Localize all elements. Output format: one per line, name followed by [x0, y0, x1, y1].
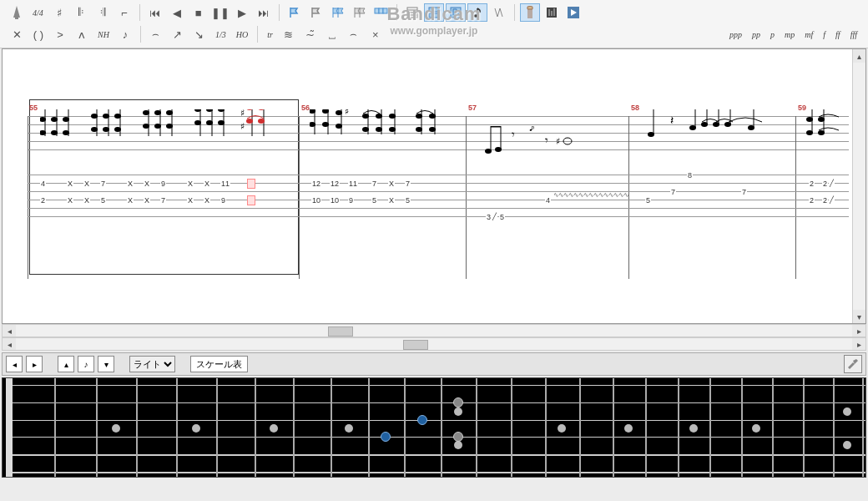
- fretboard-string[interactable]: [13, 437, 865, 438]
- fretboard-note-marker[interactable]: [453, 397, 463, 407]
- tools-button[interactable]: [844, 355, 862, 373]
- bend-up-button[interactable]: ↗: [168, 25, 188, 43]
- tab-number[interactable]: 7: [741, 188, 747, 196]
- tab-number[interactable]: 9: [220, 196, 226, 205]
- dynamic-mf-button[interactable]: mf: [800, 25, 817, 43]
- trill-button[interactable]: tr: [263, 25, 277, 43]
- tab-number[interactable]: 11: [220, 180, 230, 188]
- next-button[interactable]: ▶: [232, 3, 252, 22]
- tab-number[interactable]: X: [144, 180, 150, 188]
- dynamic-p-button[interactable]: p: [766, 25, 779, 43]
- scroll-down-button[interactable]: ▾: [853, 310, 865, 323]
- dynamic-pp-button[interactable]: pp: [748, 25, 765, 43]
- view-5-button[interactable]: [489, 3, 509, 22]
- play-button[interactable]: [563, 3, 583, 22]
- flag-1-button[interactable]: [285, 3, 305, 22]
- scroll-left-button[interactable]: ◂: [3, 325, 16, 337]
- tab-number[interactable]: X: [204, 196, 210, 205]
- scroll-left-button[interactable]: ◂: [3, 338, 16, 350]
- tab-number[interactable]: X: [187, 180, 194, 188]
- scrollbar-thumb[interactable]: [328, 326, 353, 337]
- tab-number[interactable]: 12: [330, 180, 340, 188]
- tab-number[interactable]: 2: [809, 196, 815, 205]
- hammer-on-button[interactable]: HO: [232, 25, 252, 43]
- stop-button[interactable]: ■: [189, 3, 209, 22]
- tab-number[interactable]: 2: [822, 180, 828, 188]
- string-up-button[interactable]: ▴: [58, 356, 74, 372]
- grace-note-button[interactable]: ♪: [115, 25, 135, 43]
- tab-staff[interactable]: 4 2 X X X X 7 5 X X X X 9 7 X X X X 11 9…: [28, 175, 849, 216]
- scrollbar-thumb[interactable]: [403, 340, 428, 350]
- prev-button[interactable]: ◀: [167, 3, 187, 22]
- flag-5-button[interactable]: [371, 3, 391, 22]
- string-down-button[interactable]: ▾: [98, 356, 114, 372]
- harmonic-button[interactable]: NH: [93, 25, 114, 43]
- flag-4-button[interactable]: [350, 3, 370, 22]
- mixer-button[interactable]: [542, 3, 562, 22]
- tab-number[interactable]: 2: [809, 180, 815, 188]
- tab-number[interactable]: 9: [160, 180, 166, 188]
- fret-next-button[interactable]: ▸: [26, 356, 43, 372]
- slide-button[interactable]: ⌢: [146, 25, 166, 43]
- tab-number[interactable]: X: [187, 196, 194, 205]
- selected-tab-cell[interactable]: [247, 179, 255, 189]
- key-signature-button[interactable]: ♯: [49, 3, 69, 22]
- tab-number[interactable]: 11: [348, 180, 358, 188]
- fretboard-note-marker[interactable]: [381, 432, 391, 442]
- tab-number[interactable]: X: [127, 180, 134, 188]
- flag-2-button[interactable]: [306, 3, 326, 22]
- fret-prev-button[interactable]: ◂: [6, 356, 23, 372]
- time-signature-button[interactable]: 4/4: [28, 3, 48, 22]
- wide-vibrato-button[interactable]: ~̃: [300, 25, 320, 43]
- view-4-button[interactable]: [467, 3, 487, 22]
- tab-number[interactable]: 3: [486, 213, 492, 221]
- tab-number[interactable]: X: [204, 180, 210, 188]
- fretboard-string[interactable]: [13, 402, 865, 403]
- scroll-right-button[interactable]: ▸: [852, 325, 865, 337]
- tab-number[interactable]: 7: [100, 180, 106, 188]
- note-indicator-button[interactable]: ♪: [78, 356, 94, 372]
- score-area[interactable]: 55 56 57 58 59: [2, 48, 866, 324]
- accent-button[interactable]: >: [50, 25, 70, 43]
- dynamic-ff-button[interactable]: ff: [831, 25, 845, 43]
- palm-mute-button[interactable]: ×: [366, 25, 386, 43]
- tuning-select[interactable]: ライト: [129, 356, 175, 372]
- bend-amount-button[interactable]: 1/3: [211, 25, 230, 43]
- tab-number[interactable]: 4: [40, 180, 46, 188]
- fretboard-panel[interactable]: [2, 377, 866, 478]
- fretboard-string[interactable]: [13, 420, 865, 421]
- tab-number[interactable]: 5: [100, 196, 106, 205]
- let-ring-button[interactable]: ⎵: [322, 25, 342, 43]
- tab-number[interactable]: 12: [311, 180, 321, 188]
- tab-number[interactable]: 8: [687, 171, 693, 180]
- rewind-button[interactable]: ⏮: [145, 3, 165, 22]
- scroll-right-button[interactable]: ▸: [852, 338, 865, 350]
- tab-number[interactable]: 10: [311, 196, 321, 205]
- repeat-start-button[interactable]: 𝄆: [71, 3, 91, 22]
- dynamic-fff-button[interactable]: fff: [846, 25, 861, 43]
- scroll-up-button[interactable]: ▴: [853, 49, 865, 63]
- tab-number[interactable]: 10: [330, 196, 340, 205]
- fretboard-view-button[interactable]: [520, 3, 540, 22]
- selected-tab-cell[interactable]: [247, 195, 255, 205]
- tie-button[interactable]: ⌢: [344, 25, 364, 43]
- tab-number[interactable]: 2: [822, 196, 828, 205]
- view-3-button[interactable]: [446, 3, 466, 22]
- tab-number[interactable]: 7: [371, 180, 377, 188]
- tab-number[interactable]: 7: [670, 188, 676, 196]
- tab-number[interactable]: 7: [160, 196, 166, 205]
- tab-number[interactable]: X: [144, 196, 150, 205]
- repeat-end-button[interactable]: 𝄇: [93, 3, 113, 22]
- ffwd-button[interactable]: ⏭: [254, 3, 274, 22]
- dynamic-mp-button[interactable]: mp: [780, 25, 799, 43]
- tab-number[interactable]: X: [83, 180, 90, 188]
- bend-down-button[interactable]: ↘: [189, 25, 209, 43]
- tab-number[interactable]: X: [127, 196, 134, 205]
- flag-3-button[interactable]: [328, 3, 348, 22]
- view-1-button[interactable]: [402, 3, 422, 22]
- tab-number[interactable]: 5: [645, 196, 651, 205]
- tab-number[interactable]: 5: [371, 196, 377, 205]
- fretboard-string[interactable]: [13, 472, 865, 473]
- score-h-scrollbar[interactable]: ◂ ▸: [2, 324, 866, 337]
- tab-number[interactable]: 2: [40, 196, 46, 205]
